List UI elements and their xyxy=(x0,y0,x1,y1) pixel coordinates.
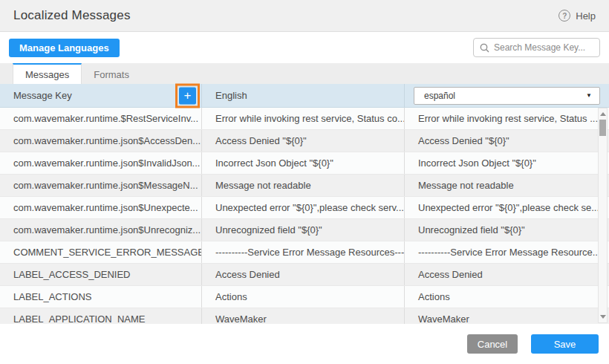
localized-messages-dialog: Localized Messages ? Help Manage Languag… xyxy=(0,0,609,364)
column-header-message-key: Message Key + xyxy=(0,84,202,107)
footer: Cancel Save xyxy=(0,324,609,364)
table-header-row: Message Key + English español ▼ xyxy=(0,84,609,108)
manage-languages-button[interactable]: Manage Languages xyxy=(9,39,120,57)
message-key-cell[interactable]: com.wavemaker.runtime.json$AccessDen... xyxy=(0,130,202,152)
cancel-button[interactable]: Cancel xyxy=(467,334,518,354)
tab-bar: Messages Formats xyxy=(0,63,609,84)
language-selected-value: español xyxy=(424,91,455,101)
table-row[interactable]: LABEL_ACTIONSActionsActions xyxy=(0,286,609,308)
message-key-cell[interactable]: LABEL_APPLICATION_NAME xyxy=(0,308,202,324)
english-cell[interactable]: Unrecognized field "${0}" xyxy=(202,219,405,241)
search-box[interactable] xyxy=(473,38,600,57)
add-button-highlight: + xyxy=(175,83,200,108)
message-key-cell[interactable]: COMMENT_SERVICE_ERROR_MESSAGES xyxy=(0,241,202,263)
message-key-cell[interactable]: LABEL_ACCESS_DENIED xyxy=(0,264,202,285)
tab-formats[interactable]: Formats xyxy=(82,63,141,84)
translation-cell[interactable]: Unexpected error "${0}",please check se.… xyxy=(405,197,609,218)
table-row[interactable]: LABEL_APPLICATION_NAMEWaveMakerWaveMaker xyxy=(0,308,609,324)
table-row[interactable]: com.wavemaker.runtime.json$MessageN...Me… xyxy=(0,175,609,197)
column-header-english: English xyxy=(202,84,405,107)
table-row[interactable]: com.wavemaker.runtime.json$Unrecogniz...… xyxy=(0,219,609,241)
english-cell[interactable]: ----------Service Error Message Resource… xyxy=(202,241,405,263)
page-title: Localized Messages xyxy=(13,8,131,23)
add-message-key-button[interactable]: + xyxy=(179,87,196,104)
messages-table: Message Key + English español ▼ com.wave… xyxy=(0,84,609,324)
scrollbar-thumb[interactable] xyxy=(599,120,606,136)
translation-cell[interactable]: Unrecognized field "${0}" xyxy=(405,219,609,241)
table-row[interactable]: com.wavemaker.runtime.json$AccessDen...A… xyxy=(0,130,609,152)
english-cell[interactable]: Error while invoking rest service, Statu… xyxy=(202,108,405,129)
english-cell[interactable]: Actions xyxy=(202,286,405,308)
scroll-down-icon[interactable] xyxy=(600,315,606,319)
english-cell[interactable]: Incorrect Json Object "${0}" xyxy=(202,152,405,174)
language-select[interactable]: español ▼ xyxy=(414,87,600,105)
tab-messages[interactable]: Messages xyxy=(13,63,82,84)
translation-cell[interactable]: Error while invoking rest service, Statu… xyxy=(405,108,609,129)
column-header-language: español ▼ xyxy=(405,84,609,107)
table-row[interactable]: com.wavemaker.runtime.json$Unexpecte...U… xyxy=(0,197,609,219)
grid-body: com.wavemaker.runtime.$RestServiceInv...… xyxy=(0,108,609,324)
message-key-cell[interactable]: com.wavemaker.runtime.$RestServiceInv... xyxy=(0,108,202,129)
vertical-scrollbar[interactable] xyxy=(598,108,608,323)
save-button[interactable]: Save xyxy=(531,334,599,354)
table-row[interactable]: COMMENT_SERVICE_ERROR_MESSAGES----------… xyxy=(0,241,609,264)
message-key-cell[interactable]: com.wavemaker.runtime.json$Unexpecte... xyxy=(0,197,202,218)
english-cell[interactable]: Access Denied xyxy=(202,264,405,285)
toolbar: Manage Languages xyxy=(0,32,609,63)
english-cell[interactable]: Unexpected error "${0}",please check ser… xyxy=(202,197,405,218)
message-key-cell[interactable]: com.wavemaker.runtime.json$Unrecogniz... xyxy=(0,219,202,241)
message-key-header-label: Message Key xyxy=(13,90,72,101)
table-row[interactable]: LABEL_ACCESS_DENIEDAccess DeniedAccess D… xyxy=(0,264,609,286)
english-cell[interactable]: Access Denied "${0}" xyxy=(202,130,405,152)
english-cell[interactable]: WaveMaker xyxy=(202,308,405,324)
help-link[interactable]: ? Help xyxy=(558,10,596,22)
english-header-label: English xyxy=(215,90,247,101)
english-cell[interactable]: Message not readable xyxy=(202,175,405,196)
translation-cell[interactable]: Actions xyxy=(405,286,609,308)
message-key-cell[interactable]: LABEL_ACTIONS xyxy=(0,286,202,308)
translation-cell[interactable]: Access Denied "${0}" xyxy=(405,130,609,152)
table-row[interactable]: com.wavemaker.runtime.json$InvalidJson..… xyxy=(0,152,609,175)
message-key-cell[interactable]: com.wavemaker.runtime.json$MessageN... xyxy=(0,175,202,196)
scroll-up-icon[interactable] xyxy=(600,112,606,116)
help-icon: ? xyxy=(558,10,570,22)
chevron-down-icon: ▼ xyxy=(586,92,592,99)
message-key-cell[interactable]: com.wavemaker.runtime.json$InvalidJson..… xyxy=(0,152,202,174)
table-row[interactable]: com.wavemaker.runtime.$RestServiceInv...… xyxy=(0,108,609,130)
translation-cell[interactable]: Access Denied xyxy=(405,264,609,285)
translation-cell[interactable]: ----------Service Error Message Resource… xyxy=(405,241,609,263)
help-label: Help xyxy=(576,10,596,22)
search-icon xyxy=(480,43,489,53)
search-input[interactable] xyxy=(494,42,593,53)
translation-cell[interactable]: WaveMaker xyxy=(405,308,609,324)
translation-cell[interactable]: Message not readable xyxy=(405,175,609,196)
title-bar: Localized Messages ? Help xyxy=(0,0,609,32)
translation-cell[interactable]: Incorrect Json Object "${0}" xyxy=(405,152,609,174)
